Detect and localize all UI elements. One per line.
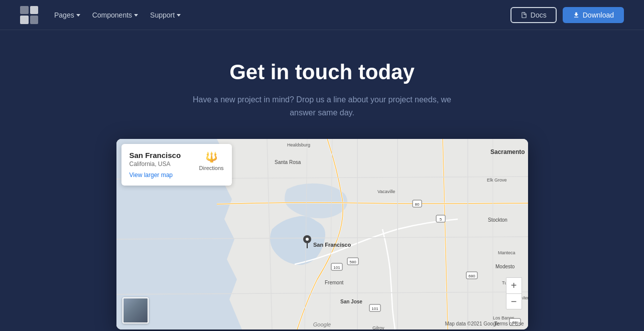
svg-text:San Jose: San Jose [340, 299, 362, 304]
navbar-left: Pages Components Support [20, 6, 181, 24]
svg-text:680: 680 [468, 274, 475, 278]
map-section: San Francisco California, USA View large… [0, 139, 644, 331]
logo-icon[interactable] [20, 6, 38, 24]
popup-state: California, USA [130, 160, 181, 168]
map-attribution: Map data ©2021 Google [445, 321, 499, 326]
map-thumbnail[interactable] [122, 297, 149, 323]
docs-icon [521, 12, 528, 19]
directions-button[interactable]: 🔱 Directions [199, 151, 224, 171]
popup-city: San Francisco [130, 151, 181, 159]
nav-links: Pages Components Support [54, 11, 181, 19]
download-label: Download [583, 11, 614, 19]
map-container: San Francisco California, USA View large… [116, 139, 528, 329]
nav-components-label: Components [92, 11, 132, 19]
nav-item-components[interactable]: Components [92, 11, 138, 19]
navbar: Pages Components Support Docs Download [0, 0, 644, 30]
minus-icon: − [511, 296, 517, 307]
svg-text:101: 101 [333, 265, 340, 270]
svg-text:Santa Rosa: Santa Rosa [275, 159, 301, 165]
svg-text:Sacramento: Sacramento [490, 148, 525, 155]
svg-text:Healdsburg: Healdsburg [287, 142, 310, 147]
svg-text:Manteca: Manteca [498, 250, 516, 255]
chevron-down-icon [76, 14, 80, 17]
map-controls: + − [506, 277, 522, 309]
view-larger-map-link[interactable]: View larger map [130, 172, 181, 179]
map-terms-link[interactable]: Terms of Use [494, 321, 524, 326]
download-button[interactable]: Download [563, 7, 624, 23]
popup-info: San Francisco California, USA View large… [130, 151, 181, 179]
nav-pages-label: Pages [54, 11, 74, 19]
chevron-down-icon [177, 14, 181, 17]
svg-text:80: 80 [415, 202, 419, 207]
hero-section: Get in touch today Have a new project in… [0, 30, 644, 139]
svg-text:5: 5 [439, 217, 442, 222]
nav-support-label: Support [150, 11, 175, 19]
svg-point-52 [306, 238, 309, 241]
svg-text:Gilroy: Gilroy [372, 325, 384, 329]
download-icon [573, 12, 580, 19]
svg-text:Merced: Merced [521, 295, 528, 300]
chevron-down-icon [134, 14, 138, 17]
docs-label: Docs [531, 11, 547, 19]
svg-text:San Francisco: San Francisco [313, 242, 351, 248]
nav-item-pages[interactable]: Pages [54, 11, 80, 19]
hero-title: Get in touch today [10, 60, 634, 84]
map-popup: San Francisco California, USA View large… [121, 144, 232, 186]
navbar-right: Docs Download [510, 7, 624, 23]
svg-text:Elk Grove: Elk Grove [487, 178, 507, 183]
directions-label: Directions [199, 165, 224, 171]
zoom-out-button[interactable]: − [506, 293, 522, 309]
docs-button[interactable]: Docs [510, 7, 557, 23]
plus-icon: + [511, 280, 517, 291]
svg-text:Vacaville: Vacaville [377, 189, 395, 194]
google-logo: Google [313, 321, 331, 327]
svg-text:Stockton: Stockton [488, 217, 507, 223]
nav-item-support[interactable]: Support [150, 11, 181, 19]
hero-subtitle: Have a new project in mind? Drop us a li… [182, 93, 463, 119]
svg-text:Modesto: Modesto [495, 264, 515, 269]
svg-text:Fremont: Fremont [325, 280, 343, 285]
thumbnail-image [123, 298, 148, 322]
svg-text:580: 580 [349, 260, 356, 264]
svg-text:101: 101 [371, 306, 378, 311]
directions-icon: 🔱 [205, 151, 218, 163]
zoom-in-button[interactable]: + [506, 277, 522, 293]
